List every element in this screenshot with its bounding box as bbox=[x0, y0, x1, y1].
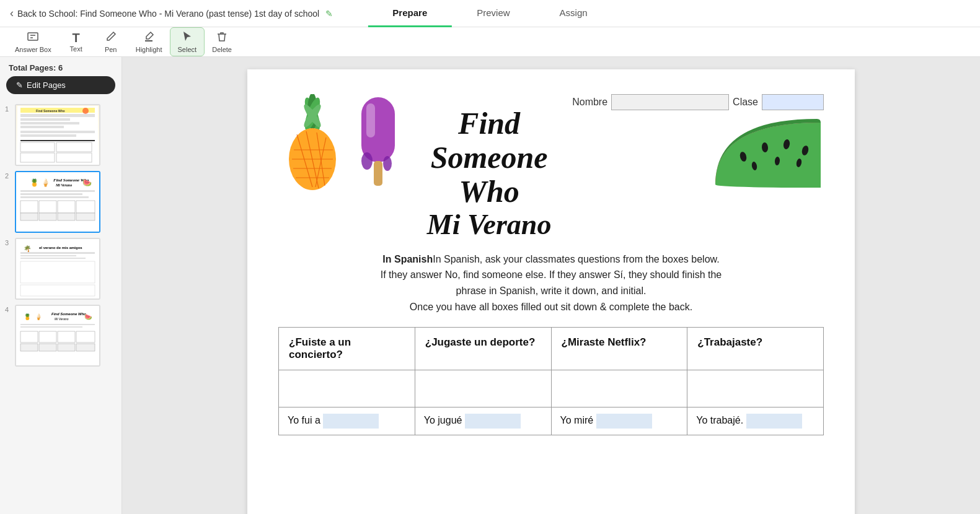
question-cell-2: ¿Miraste Netflix? bbox=[551, 328, 687, 370]
svg-rect-16 bbox=[56, 153, 92, 162]
highlight-tool[interactable]: Highlight bbox=[128, 28, 170, 56]
clase-label: Clase bbox=[733, 97, 758, 108]
edit-pages-button[interactable]: ✎ Edit Pages bbox=[6, 76, 115, 94]
activity-table: ¿Fuiste a un concierto? ¿Jugaste un depo… bbox=[278, 327, 824, 435]
svg-rect-33 bbox=[39, 213, 56, 220]
text-tool[interactable]: T Text bbox=[59, 29, 94, 55]
thumb-image-3: 🌴 el verano de mis amigos bbox=[15, 238, 100, 300]
content-area: Find Someone Who Mi Verano Nombre Clase bbox=[122, 57, 980, 514]
page-thumb-2[interactable]: 2 🍍 🍦 Find Someone Who Mi Verano 🍉 bbox=[0, 168, 121, 235]
svg-rect-51 bbox=[20, 326, 82, 328]
answer-box-label: Answer Box bbox=[15, 46, 51, 53]
svg-rect-53 bbox=[39, 331, 56, 342]
svg-rect-15 bbox=[20, 153, 55, 162]
nombre-input[interactable] bbox=[611, 94, 729, 110]
svg-rect-59 bbox=[76, 344, 95, 351]
page-thumbnails: 1 bbox=[0, 99, 121, 514]
page-num-3: 3 bbox=[5, 238, 11, 246]
select-icon bbox=[181, 30, 193, 45]
page-title-line1: Find Someone Who bbox=[412, 107, 566, 209]
questions-row: ¿Fuiste a un concierto? ¿Jugaste un depo… bbox=[279, 328, 824, 370]
question-cell-1: ¿Jugaste un deporte? bbox=[415, 328, 551, 370]
instr-line1: In Spanish, ask your classmates question… bbox=[433, 254, 719, 264]
answer-text-1: Yo jugué bbox=[424, 416, 462, 426]
svg-rect-12 bbox=[20, 140, 95, 141]
page-thumb-1[interactable]: 1 bbox=[0, 102, 121, 168]
blank-cell-3 bbox=[687, 370, 824, 407]
question-text-3: ¿Trabajaste? bbox=[697, 336, 762, 348]
question-text-0: ¿Fuiste a un concierto? bbox=[289, 336, 351, 360]
instr-bold: In Spanish bbox=[382, 254, 433, 264]
delete-tool[interactable]: Delete bbox=[205, 28, 239, 56]
svg-rect-29 bbox=[39, 201, 56, 213]
tab-assign[interactable]: Assign bbox=[535, 0, 612, 27]
svg-rect-31 bbox=[76, 201, 95, 213]
doc-title: Back to School: Find Someone Who - Mi Ve… bbox=[17, 9, 319, 19]
svg-point-76 bbox=[383, 156, 392, 171]
svg-rect-58 bbox=[58, 344, 75, 351]
svg-rect-39 bbox=[20, 252, 95, 254]
answer-text-3: Yo trabajé. bbox=[696, 416, 743, 426]
back-button[interactable]: ‹ Back to School: Find Someone Who - Mi … bbox=[10, 7, 333, 20]
answer-box-tool[interactable]: Answer Box bbox=[7, 28, 59, 56]
select-tool[interactable]: Select bbox=[170, 27, 205, 56]
answer-input-3[interactable] bbox=[746, 414, 802, 429]
svg-rect-0 bbox=[28, 33, 38, 40]
blank-row bbox=[279, 370, 824, 407]
instr-line4: Once you have all boxes filled out sit d… bbox=[278, 299, 824, 315]
svg-point-17 bbox=[82, 108, 89, 114]
svg-rect-6 bbox=[20, 114, 95, 117]
sidebar: Total Pages: 6 ✎ Edit Pages 1 bbox=[0, 57, 122, 514]
page-thumb-3[interactable]: 3 🌴 el verano de mis amigos bbox=[0, 235, 121, 302]
watermelon-image bbox=[712, 116, 824, 191]
nav-tabs: Prepare Preview Assign bbox=[368, 0, 612, 27]
tab-prepare[interactable]: Prepare bbox=[368, 0, 452, 27]
svg-rect-34 bbox=[58, 213, 75, 220]
answers-row: Yo fui a Yo jugué Yo miré Yo trabajé. bbox=[279, 407, 824, 435]
answer-cell-3: Yo trabajé. bbox=[687, 407, 824, 435]
svg-rect-7 bbox=[20, 118, 70, 121]
svg-text:🌴: 🌴 bbox=[24, 245, 32, 253]
toolbar: Answer Box T Text Pen Highlight Select bbox=[0, 27, 980, 57]
pen-icon bbox=[105, 30, 117, 45]
pen-label: Pen bbox=[105, 46, 117, 53]
highlight-icon bbox=[143, 30, 155, 45]
svg-rect-26 bbox=[20, 193, 82, 195]
answer-input-0[interactable] bbox=[323, 414, 379, 429]
answer-input-1[interactable] bbox=[465, 414, 521, 429]
svg-rect-8 bbox=[20, 122, 79, 124]
clase-input[interactable] bbox=[762, 94, 824, 110]
svg-rect-27 bbox=[20, 196, 89, 198]
svg-text:el verano de mis amigos: el verano de mis amigos bbox=[39, 246, 82, 250]
question-text-1: ¿Jugaste un deporte? bbox=[425, 336, 536, 348]
pen-tool[interactable]: Pen bbox=[94, 28, 128, 56]
svg-text:Mi Verano: Mi Verano bbox=[55, 183, 72, 187]
answer-cell-2: Yo miré bbox=[551, 407, 687, 435]
instructions-block: In SpanishIn Spanish, ask your classmate… bbox=[278, 251, 824, 315]
highlight-label: Highlight bbox=[136, 46, 162, 53]
delete-label: Delete bbox=[212, 46, 232, 53]
svg-text:🍍: 🍍 bbox=[24, 313, 32, 321]
answer-input-2[interactable] bbox=[596, 414, 652, 429]
svg-rect-13 bbox=[20, 142, 55, 152]
edit-title-icon[interactable]: ✎ bbox=[325, 9, 333, 19]
svg-point-75 bbox=[361, 152, 373, 170]
answer-text-2: Yo miré bbox=[560, 416, 594, 426]
tab-preview[interactable]: Preview bbox=[452, 0, 534, 27]
svg-rect-25 bbox=[20, 190, 95, 192]
blank-cell-2 bbox=[551, 370, 687, 407]
svg-rect-52 bbox=[20, 331, 38, 342]
page-thumb-4[interactable]: 4 🍍 🍦 Find Someone Who Mi Verano 🍉 bbox=[0, 302, 121, 369]
thumb-image-4: 🍍 🍦 Find Someone Who Mi Verano 🍉 bbox=[15, 305, 100, 367]
delete-icon bbox=[216, 30, 228, 45]
question-text-2: ¿Miraste Netflix? bbox=[562, 336, 647, 348]
page-num-4: 4 bbox=[5, 305, 11, 313]
svg-rect-28 bbox=[20, 201, 38, 213]
svg-rect-9 bbox=[20, 126, 64, 128]
svg-rect-77 bbox=[366, 103, 375, 137]
answer-box-icon bbox=[27, 30, 39, 45]
text-icon: T bbox=[73, 32, 80, 44]
edit-pages-label: Edit Pages bbox=[27, 81, 66, 90]
answer-cell-1: Yo jugué bbox=[415, 407, 551, 435]
thumb-image-2: 🍍 🍦 Find Someone Who Mi Verano 🍉 bbox=[15, 171, 100, 233]
